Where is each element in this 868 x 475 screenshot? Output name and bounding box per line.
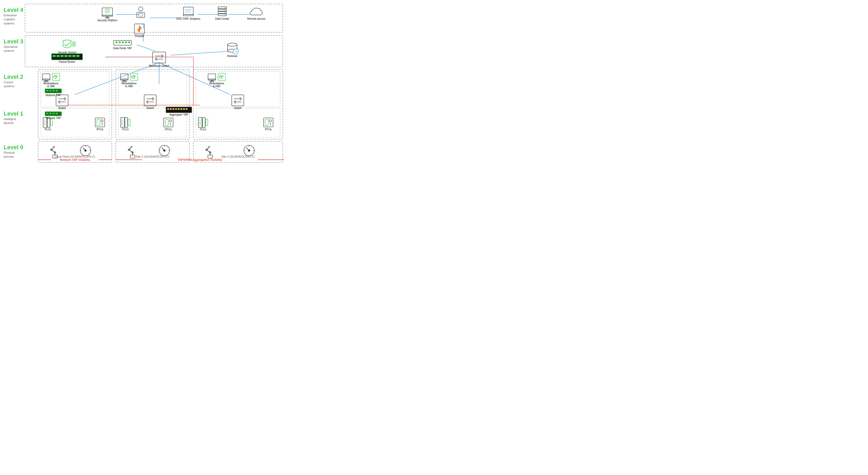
plcs-site2: PLCs <box>120 117 131 131</box>
svg-rect-40 <box>57 55 60 57</box>
svg-point-71 <box>101 120 103 122</box>
switch-site2-icon <box>143 94 157 107</box>
svg-rect-127 <box>208 79 216 80</box>
data-diode-tap-icon <box>113 39 132 47</box>
network-tap-l2-icon <box>45 88 62 94</box>
svg-rect-29 <box>125 41 127 43</box>
plcs-site2-label: PLCs <box>122 128 129 131</box>
svg-rect-1 <box>102 15 113 16</box>
svg-point-110 <box>169 120 172 122</box>
svg-rect-129 <box>210 81 214 82</box>
svg-point-20 <box>225 14 225 15</box>
level3-name: Operationssystems <box>4 45 23 53</box>
rtus-local-icon <box>95 117 105 128</box>
workstation-icon <box>41 73 51 82</box>
svg-rect-133 <box>198 117 202 128</box>
svg-rect-126 <box>208 74 216 79</box>
svg-rect-60 <box>46 113 49 114</box>
backbone-switch-icon <box>151 51 167 64</box>
remote-access-icon <box>249 6 264 18</box>
svg-rect-3 <box>105 18 109 18</box>
plcs-local-icon <box>42 117 53 128</box>
workstations-hmi-site3-icons <box>207 73 226 82</box>
workstations-hmi-site2: Workstations& HMI <box>120 73 138 88</box>
svg-rect-64 <box>43 117 47 128</box>
level1-label: Level 1 Intelligentdevices <box>4 110 23 125</box>
packet-broker: Packet Broker <box>51 53 83 63</box>
data-center: Data Center <box>215 6 229 20</box>
backbone-switch: Backbone Switch <box>149 51 169 67</box>
svg-line-76 <box>51 147 54 150</box>
svg-rect-46 <box>153 52 166 63</box>
svg-rect-5 <box>137 12 145 18</box>
soc-erp: SOC, ERP, Analytics <box>176 6 200 20</box>
svg-text:Network TAP Visibility: Network TAP Visibility <box>60 158 90 161</box>
switch-local: Switch <box>55 94 69 109</box>
switch-site3-label: Switch <box>234 107 242 109</box>
level1-name: Intelligentdevices <box>4 117 23 125</box>
svg-rect-56 <box>53 90 55 92</box>
switch-site3: Switch <box>231 94 245 109</box>
workstations-hmi-local-icons <box>41 73 60 82</box>
hmi-site3-icon <box>218 73 226 81</box>
svg-rect-66 <box>51 119 53 126</box>
hmi-icon1 <box>52 73 60 81</box>
aggregator-tap-label: Aggregator TAP <box>169 113 188 116</box>
plcs-site3-label: PLCs <box>200 128 206 131</box>
plcs-site2-icon <box>120 117 131 128</box>
svg-rect-54 <box>46 90 49 92</box>
tap-span-line: TAP/SPAN Aggregation Visibility <box>116 157 284 162</box>
svg-rect-30 <box>128 41 130 43</box>
conn-bs-switch1 <box>75 63 159 95</box>
data-diode-tap: Data Diode TAP <box>113 39 132 49</box>
switch-site3-icon <box>231 94 245 107</box>
svg-rect-70 <box>97 120 100 125</box>
svg-line-83 <box>83 148 86 150</box>
level4-name: EnterpriseLogisticssystems <box>4 13 23 26</box>
plcs-local: PLCs <box>42 117 53 131</box>
plcs-local-label: PLCs <box>45 128 51 131</box>
svg-text:TAP/SPAN Aggregation Visibilit: TAP/SPAN Aggregation Visibility <box>178 158 222 161</box>
svg-line-152 <box>246 148 249 150</box>
switch-site2: Switch <box>143 94 157 109</box>
switch-local-icon <box>55 94 69 107</box>
svg-rect-134 <box>203 117 205 128</box>
conn-bs-hist <box>171 51 229 55</box>
svg-line-149 <box>208 146 209 147</box>
packet-broker-label: Packet Broker <box>59 60 75 63</box>
svg-rect-41 <box>61 55 64 57</box>
firewall-icon <box>134 23 145 35</box>
person-device <box>135 6 146 19</box>
svg-line-148 <box>209 146 210 147</box>
workstations-hmi-local: Workstations& HMI <box>41 73 60 88</box>
svg-rect-102 <box>186 108 188 110</box>
svg-point-4 <box>138 7 143 11</box>
hmi-site2-icon <box>130 73 138 81</box>
person-icon <box>135 6 146 19</box>
svg-rect-9 <box>183 14 193 16</box>
svg-rect-39 <box>53 55 56 57</box>
level3-label: Level 3 Operationssystems <box>4 38 23 53</box>
data-center-icon <box>216 6 228 18</box>
svg-point-140 <box>269 120 272 122</box>
level4-box <box>25 4 283 32</box>
workstations-hmi-site2-label: Workstations& HMI <box>122 82 137 88</box>
level2-number: Level 2 <box>4 74 23 80</box>
network-tap-visibility-label: Network TAP Visibility <box>38 157 112 163</box>
firewall: Firewall <box>134 23 145 38</box>
workstations-hmi-local-label: Workstations& HMI <box>43 82 59 88</box>
svg-rect-103 <box>121 117 124 128</box>
security-sensor: Security Sensor <box>58 39 76 54</box>
soc-erp-label: SOC, ERP, Analytics <box>176 18 200 20</box>
rtus-site3-icon <box>263 117 274 128</box>
svg-rect-95 <box>167 108 169 110</box>
svg-rect-63 <box>56 113 58 114</box>
rtus-site2-icon <box>163 117 174 128</box>
level2-name: Controlsystems <box>4 80 23 89</box>
workstation-site2-icon <box>120 73 129 82</box>
aggregator-tap-icon <box>166 106 192 113</box>
svg-rect-104 <box>125 117 128 128</box>
svg-rect-28 <box>122 41 124 43</box>
svg-rect-139 <box>265 120 268 125</box>
svg-point-17 <box>225 7 225 8</box>
